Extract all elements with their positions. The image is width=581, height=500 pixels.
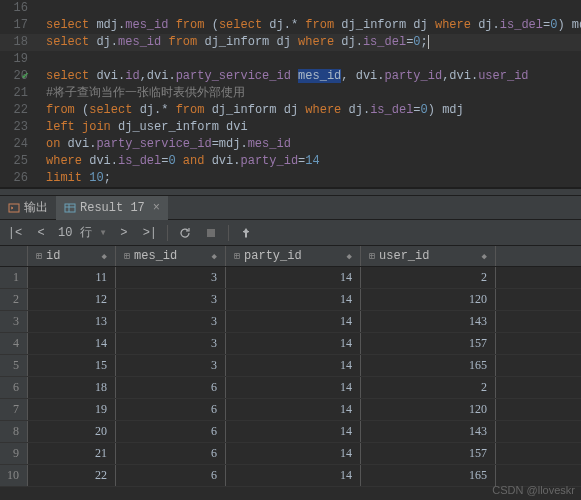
line-number[interactable]: 23 — [0, 119, 38, 136]
cell[interactable]: 10 — [0, 465, 28, 486]
cell[interactable]: 21 — [28, 443, 116, 464]
rows-label[interactable]: 10 行 — [58, 224, 92, 241]
table-row[interactable]: 6186142 — [0, 377, 581, 399]
data-grid[interactable]: ⊞id◆ ⊞mes_id◆ ⊞party_id◆ ⊞user_id◆ 11131… — [0, 246, 581, 487]
cell[interactable]: 6 — [116, 465, 226, 486]
cell[interactable]: 14 — [226, 377, 361, 398]
cell[interactable]: 18 — [28, 377, 116, 398]
row-num-header[interactable] — [0, 246, 28, 266]
refresh-button[interactable] — [176, 224, 194, 242]
line-number[interactable]: 24 — [0, 136, 38, 153]
table-row[interactable]: 515314165 — [0, 355, 581, 377]
nav-prev-button[interactable]: < — [32, 224, 50, 242]
cell[interactable]: 143 — [361, 421, 496, 442]
cell[interactable]: 15 — [28, 355, 116, 376]
code-line[interactable]: 26limit 10; — [0, 170, 581, 187]
cell[interactable]: 14 — [226, 267, 361, 288]
code-line[interactable]: 25where dvi.is_del=0 and dvi.party_id=14 — [0, 153, 581, 170]
cell[interactable]: 157 — [361, 333, 496, 354]
sort-icon[interactable]: ◆ — [482, 251, 487, 262]
cell[interactable]: 14 — [226, 311, 361, 332]
table-row[interactable]: 313314143 — [0, 311, 581, 333]
code-line[interactable]: 23left join dj_user_inform dvi — [0, 119, 581, 136]
table-row[interactable]: 820614143 — [0, 421, 581, 443]
line-number[interactable]: 16 — [0, 0, 38, 17]
cell[interactable]: 13 — [28, 311, 116, 332]
cell[interactable]: 14 — [226, 355, 361, 376]
cell[interactable]: 165 — [361, 465, 496, 486]
cell[interactable]: 6 — [116, 399, 226, 420]
line-number[interactable]: 25 — [0, 153, 38, 170]
col-header-id[interactable]: ⊞id◆ — [28, 246, 116, 266]
code-line[interactable]: 16 — [0, 0, 581, 17]
sort-icon[interactable]: ◆ — [347, 251, 352, 262]
cell[interactable]: 3 — [116, 355, 226, 376]
table-row[interactable]: 921614157 — [0, 443, 581, 465]
cell[interactable]: 5 — [0, 355, 28, 376]
line-number[interactable]: 20✔ — [0, 68, 38, 85]
line-number[interactable]: 26 — [0, 170, 38, 187]
cell[interactable]: 14 — [226, 421, 361, 442]
tab-output[interactable]: 输出 — [0, 196, 56, 220]
cell[interactable]: 20 — [28, 421, 116, 442]
cell[interactable]: 3 — [116, 289, 226, 310]
stop-button[interactable] — [202, 224, 220, 242]
cell[interactable]: 3 — [116, 333, 226, 354]
cell[interactable]: 6 — [0, 377, 28, 398]
code-line[interactable]: 18select dj.mes_id from dj_inform dj whe… — [0, 34, 581, 51]
cell[interactable]: 14 — [226, 443, 361, 464]
cell[interactable]: 14 — [28, 333, 116, 354]
cell[interactable]: 1 — [0, 267, 28, 288]
cell[interactable]: 120 — [361, 399, 496, 420]
tab-result[interactable]: Result 17 × — [56, 196, 168, 220]
cell[interactable]: 3 — [116, 267, 226, 288]
code-line[interactable]: 20✔select dvi.id,dvi.party_service_id me… — [0, 68, 581, 85]
cell[interactable]: 8 — [0, 421, 28, 442]
cell[interactable]: 9 — [0, 443, 28, 464]
cell[interactable]: 14 — [226, 399, 361, 420]
sort-icon[interactable]: ◆ — [102, 251, 107, 262]
cell[interactable]: 6 — [116, 377, 226, 398]
code-editor[interactable]: 1617select mdj.mes_id from (select dj.* … — [0, 0, 581, 188]
cell[interactable]: 14 — [226, 289, 361, 310]
cell[interactable]: 4 — [0, 333, 28, 354]
nav-next-button[interactable]: > — [115, 224, 133, 242]
cell[interactable]: 120 — [361, 289, 496, 310]
nav-first-button[interactable]: |< — [6, 224, 24, 242]
cell[interactable]: 12 — [28, 289, 116, 310]
cell[interactable]: 2 — [361, 267, 496, 288]
pin-button[interactable] — [237, 224, 255, 242]
line-number[interactable]: 19 — [0, 51, 38, 68]
table-row[interactable]: 719614120 — [0, 399, 581, 421]
cell[interactable]: 143 — [361, 311, 496, 332]
cell[interactable]: 6 — [116, 421, 226, 442]
code-line[interactable]: 21#将子查询当作一张临时表供外部使用 — [0, 85, 581, 102]
table-row[interactable]: 1113142 — [0, 267, 581, 289]
code-line[interactable]: 19 — [0, 51, 581, 68]
cell[interactable]: 22 — [28, 465, 116, 486]
cell[interactable]: 14 — [226, 465, 361, 486]
code-line[interactable]: 17select mdj.mes_id from (select dj.* fr… — [0, 17, 581, 34]
line-number[interactable]: 17 — [0, 17, 38, 34]
table-row[interactable]: 212314120 — [0, 289, 581, 311]
cell[interactable]: 2 — [0, 289, 28, 310]
code-line[interactable]: 24on dvi.party_service_id=mdj.mes_id — [0, 136, 581, 153]
table-row[interactable]: 414314157 — [0, 333, 581, 355]
cell[interactable]: 7 — [0, 399, 28, 420]
close-icon[interactable]: × — [153, 201, 160, 215]
line-number[interactable]: 18 — [0, 34, 38, 51]
col-header-mes-id[interactable]: ⊞mes_id◆ — [116, 246, 226, 266]
cell[interactable]: 6 — [116, 443, 226, 464]
line-number[interactable]: 22 — [0, 102, 38, 119]
cell[interactable]: 157 — [361, 443, 496, 464]
cell[interactable]: 19 — [28, 399, 116, 420]
col-header-party-id[interactable]: ⊞party_id◆ — [226, 246, 361, 266]
cell[interactable]: 11 — [28, 267, 116, 288]
cell[interactable]: 165 — [361, 355, 496, 376]
line-number[interactable]: 21 — [0, 85, 38, 102]
col-header-user-id[interactable]: ⊞user_id◆ — [361, 246, 496, 266]
cell[interactable]: 2 — [361, 377, 496, 398]
sort-icon[interactable]: ◆ — [212, 251, 217, 262]
cell[interactable]: 14 — [226, 333, 361, 354]
cell[interactable]: 3 — [116, 311, 226, 332]
